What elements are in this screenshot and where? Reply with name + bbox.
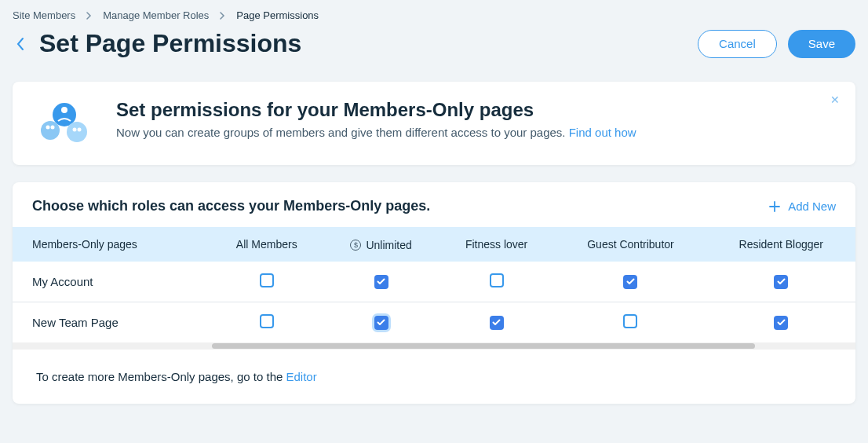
info-banner: Set permissions for your Members-Only pa… xyxy=(13,82,855,165)
permissions-table-card: Choose which roles can access your Membe… xyxy=(13,182,855,404)
permission-checkbox[interactable] xyxy=(623,314,637,328)
dollar-icon: $ xyxy=(350,240,361,251)
info-title: Set permissions for your Members-Only pa… xyxy=(116,99,636,121)
cell xyxy=(439,262,555,302)
chevron-right-icon xyxy=(86,12,92,20)
plus-icon xyxy=(769,201,780,212)
save-button[interactable]: Save xyxy=(788,30,855,58)
svg-point-1 xyxy=(41,121,60,140)
back-button[interactable] xyxy=(13,36,28,52)
svg-point-5 xyxy=(51,126,55,130)
footer-note: To create more Members-Only pages, go to… xyxy=(13,350,855,404)
column-header-role: Resident Blogger xyxy=(707,227,856,262)
info-body: Now you can create groups of members and… xyxy=(116,126,636,139)
page-name-cell: My Account xyxy=(13,262,210,302)
cell xyxy=(554,262,706,302)
column-header-all-members: All Members xyxy=(210,227,323,262)
cell xyxy=(210,302,323,343)
breadcrumb-link[interactable]: Site Members xyxy=(13,9,75,21)
permissions-table: Members-Only pages All Members $Unlimite… xyxy=(13,227,855,342)
breadcrumb: Site Members Manage Member Roles Page Pe… xyxy=(13,9,855,21)
permission-checkbox[interactable] xyxy=(490,273,504,287)
svg-point-3 xyxy=(61,107,67,113)
editor-link[interactable]: Editor xyxy=(286,370,316,383)
cell xyxy=(323,262,438,302)
permission-checkbox[interactable] xyxy=(774,316,788,330)
chevron-right-icon xyxy=(220,12,225,20)
column-header-pages: Members-Only pages xyxy=(13,227,210,262)
permission-checkbox[interactable] xyxy=(774,275,788,289)
cell xyxy=(707,302,856,343)
permission-checkbox[interactable] xyxy=(374,275,388,289)
horizontal-scrollbar[interactable] xyxy=(13,342,855,350)
column-header-role: $Unlimited xyxy=(323,227,438,262)
svg-point-6 xyxy=(73,128,77,132)
close-icon[interactable]: ✕ xyxy=(830,94,840,105)
find-out-how-link[interactable]: Find out how xyxy=(569,126,636,139)
table-heading: Choose which roles can access your Membe… xyxy=(32,198,430,214)
chevron-left-icon xyxy=(16,37,25,51)
page-title: Set Page Permissions xyxy=(39,29,301,58)
add-new-button[interactable]: Add New xyxy=(769,200,836,213)
table-row: New Team Page xyxy=(13,302,855,343)
column-header-role: Fitness lover xyxy=(439,227,555,262)
cancel-button[interactable]: Cancel xyxy=(698,30,777,58)
permission-checkbox[interactable] xyxy=(374,316,388,330)
permission-checkbox[interactable] xyxy=(623,275,637,289)
cell xyxy=(323,302,438,343)
cell xyxy=(439,302,555,343)
page-name-cell: New Team Page xyxy=(13,302,210,343)
permission-checkbox[interactable] xyxy=(260,314,274,328)
members-illustration-icon xyxy=(36,99,93,148)
breadcrumb-link[interactable]: Manage Member Roles xyxy=(103,9,209,21)
permission-checkbox[interactable] xyxy=(490,316,504,330)
cell xyxy=(210,262,323,302)
svg-point-4 xyxy=(46,126,50,130)
svg-point-7 xyxy=(78,128,82,132)
svg-point-2 xyxy=(67,122,87,142)
table-row: My Account xyxy=(13,262,855,302)
cell xyxy=(554,302,706,343)
permission-checkbox[interactable] xyxy=(260,273,274,287)
cell xyxy=(707,262,856,302)
breadcrumb-current: Page Permissions xyxy=(236,9,319,21)
column-header-role: Guest Contributor xyxy=(554,227,706,262)
